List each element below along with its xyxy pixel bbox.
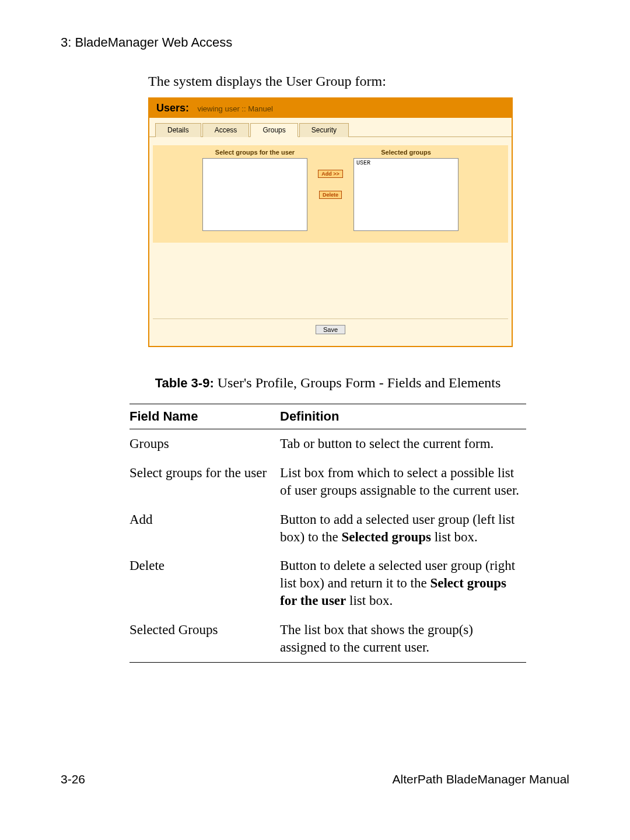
tab-strip: Details Access Groups Security bbox=[149, 118, 512, 136]
intro-text: The system displays the User Group form: bbox=[148, 74, 630, 89]
page-footer: 3-26 AlterPath BladeManager Manual bbox=[0, 772, 630, 786]
definition-cell: Button to delete a selected user group (… bbox=[280, 551, 526, 615]
chapter-heading: 3: BladeManager Web Access bbox=[61, 35, 630, 50]
add-button[interactable]: Add >> bbox=[318, 170, 343, 178]
user-group-form-screenshot: Users: viewing user :: Manuel Details Ac… bbox=[148, 97, 513, 347]
available-groups-label: Select groups for the user bbox=[202, 149, 307, 158]
table-row: Delete Button to delete a selected user … bbox=[130, 551, 526, 615]
col-header-field: Field Name bbox=[130, 404, 280, 429]
table-title: User's Profile, Groups Form - Fields and… bbox=[214, 375, 501, 390]
field-name-cell: Groups bbox=[130, 429, 280, 459]
save-button[interactable]: Save bbox=[316, 325, 345, 334]
table-caption: Table 3-9: User's Profile, Groups Form -… bbox=[130, 375, 526, 391]
tab-details[interactable]: Details bbox=[155, 123, 201, 137]
field-name-cell: Select groups for the user bbox=[130, 459, 280, 505]
panel-subtitle: viewing user :: Manuel bbox=[191, 104, 272, 113]
table-row: Selected Groups The list box that shows … bbox=[130, 615, 526, 662]
panel-body: Select groups for the user Add >> Delete… bbox=[149, 136, 512, 346]
definition-cell: Tab or button to select the current form… bbox=[280, 429, 526, 459]
table-row: Select groups for the user List box from… bbox=[130, 459, 526, 505]
table-row: Add Button to add a selected user group … bbox=[130, 505, 526, 552]
fields-table: Field Name Definition Groups Tab or butt… bbox=[130, 404, 526, 663]
tab-groups[interactable]: Groups bbox=[250, 123, 298, 137]
list-item[interactable]: USER bbox=[356, 160, 456, 166]
tab-access[interactable]: Access bbox=[202, 123, 250, 137]
selected-groups-listbox[interactable]: USER bbox=[354, 158, 459, 231]
definition-cell: List box from which to select a possible… bbox=[280, 459, 526, 505]
definition-cell: The list box that shows the group(s) ass… bbox=[280, 615, 526, 662]
delete-button[interactable]: Delete bbox=[319, 191, 342, 199]
table-row: Groups Tab or button to select the curre… bbox=[130, 429, 526, 459]
manual-title: AlterPath BladeManager Manual bbox=[392, 772, 569, 786]
table-number: Table 3-9: bbox=[155, 376, 214, 390]
field-name-cell: Delete bbox=[130, 551, 280, 615]
field-name-cell: Selected Groups bbox=[130, 615, 280, 662]
definition-cell: Button to add a selected user group (lef… bbox=[280, 505, 526, 552]
field-name-cell: Add bbox=[130, 505, 280, 552]
page-number: 3-26 bbox=[61, 772, 85, 786]
panel-title: Users: bbox=[156, 102, 189, 114]
tab-security[interactable]: Security bbox=[299, 123, 349, 137]
selected-groups-label: Selected groups bbox=[354, 149, 459, 158]
available-groups-listbox[interactable] bbox=[202, 158, 307, 231]
col-header-definition: Definition bbox=[280, 404, 526, 429]
